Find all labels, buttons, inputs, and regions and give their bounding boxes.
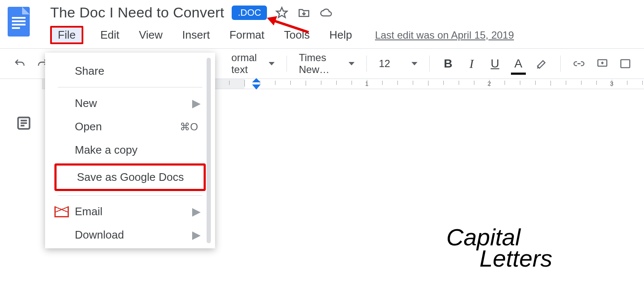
separator [560, 56, 561, 72]
menu-item-save-as-google-docs[interactable]: Save as Google Docs [57, 166, 204, 189]
text-color-button[interactable]: A [512, 55, 525, 72]
cloud-status-icon[interactable] [319, 6, 333, 20]
font-family-dropdown[interactable]: Times New… [299, 52, 355, 76]
underline-button[interactable]: U [488, 55, 502, 72]
menu-divider [58, 87, 202, 87]
gmail-icon [54, 206, 69, 217]
menu-divider [58, 195, 202, 196]
file-menu-dropdown: Share New▶ Open⌘O Make a copy Save as Go… [45, 53, 215, 248]
left-indent-marker[interactable] [252, 84, 261, 90]
menu-item-new[interactable]: New▶ [45, 92, 215, 115]
italic-button[interactable]: I [465, 55, 478, 72]
font-size-dropdown[interactable]: 12 [379, 58, 417, 70]
svg-rect-2 [621, 60, 630, 68]
menu-help[interactable]: Help [327, 27, 355, 43]
font-size-value: 12 [379, 58, 390, 70]
menu-edit[interactable]: Edit [98, 27, 122, 43]
last-edit-link[interactable]: Last edit was on April 15, 2019 [375, 29, 514, 41]
menu-item-email[interactable]: Email▶ [45, 200, 215, 223]
submenu-arrow-icon: ▶ [192, 228, 201, 242]
menu-file[interactable]: File [50, 26, 83, 44]
separator [366, 56, 367, 72]
watermark-text: Capital Letters [446, 227, 582, 270]
insert-image-button[interactable] [619, 55, 631, 72]
google-docs-logo[interactable] [8, 7, 30, 37]
undo-button[interactable] [13, 55, 26, 72]
paragraph-style-dropdown[interactable]: ormal text [231, 52, 275, 76]
submenu-arrow-icon: ▶ [192, 97, 201, 110]
doc-format-badge: .DOC [232, 6, 267, 20]
highlight-color-button[interactable] [535, 55, 548, 72]
annotation-highlight-box: Save as Google Docs [54, 163, 206, 191]
font-family-label: Times New… [299, 52, 343, 76]
menu-item-make-copy[interactable]: Make a copy [45, 138, 215, 162]
first-line-indent-marker[interactable] [252, 78, 261, 82]
annotation-arrow [266, 15, 313, 34]
shortcut-label: ⌘O [180, 121, 198, 133]
menu-item-open[interactable]: Open⌘O [45, 115, 215, 138]
separator [287, 56, 287, 72]
menu-item-download[interactable]: Download▶ [45, 223, 215, 247]
paragraph-style-label: ormal text [231, 52, 264, 76]
document-outline-icon[interactable] [16, 115, 33, 132]
add-comment-button[interactable] [596, 55, 609, 72]
menu-insert[interactable]: Insert [180, 27, 213, 43]
document-title[interactable]: The Doc I Need to Convert [50, 4, 224, 21]
bold-button[interactable]: B [442, 55, 455, 72]
svg-line-7 [270, 20, 309, 32]
insert-link-button[interactable] [573, 55, 586, 72]
separator [429, 56, 430, 72]
submenu-arrow-icon: ▶ [192, 205, 201, 218]
menu-view[interactable]: View [136, 27, 165, 43]
menu-format[interactable]: Format [227, 27, 267, 43]
menu-item-share[interactable]: Share [45, 59, 215, 83]
